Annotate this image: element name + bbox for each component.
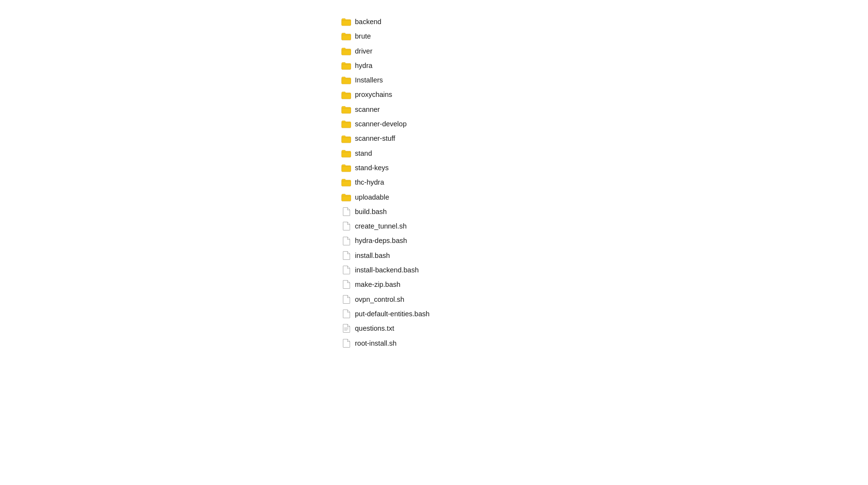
file-name-label: thc-hydra — [355, 177, 384, 187]
file-name-label: hydra-deps.bash — [355, 236, 407, 245]
list-item[interactable]: driver — [338, 44, 530, 58]
file-name-label: hydra — [355, 61, 372, 70]
list-item[interactable]: thc-hydra — [338, 175, 530, 189]
list-item[interactable]: hydra-deps.bash — [338, 233, 530, 248]
list-item[interactable]: backend — [338, 14, 530, 29]
file-name-label: backend — [355, 17, 381, 27]
file-name-label: uploadable — [355, 192, 389, 202]
list-item[interactable]: Installers — [338, 73, 530, 87]
file-name-label: Installers — [355, 75, 383, 85]
list-item[interactable]: install.bash — [338, 248, 530, 263]
list-item[interactable]: proxychains — [338, 87, 530, 102]
list-item[interactable]: put-default-entities.bash — [338, 307, 530, 321]
folder-icon — [341, 17, 351, 26]
list-item[interactable]: hydra — [338, 58, 530, 73]
file-name-label: brute — [355, 31, 371, 41]
list-item[interactable]: uploadable — [338, 190, 530, 204]
file-name-label: driver — [355, 46, 372, 56]
folder-icon — [341, 178, 351, 187]
list-item[interactable]: install-backend.bash — [338, 263, 530, 277]
list-item[interactable]: scanner — [338, 102, 530, 117]
list-item[interactable]: make-zip.bash — [338, 277, 530, 292]
file-icon — [341, 295, 351, 304]
txt-file-icon — [341, 324, 351, 333]
file-name-label: scanner-develop — [355, 119, 407, 129]
folder-icon — [341, 105, 351, 114]
file-name-label: proxychains — [355, 90, 392, 99]
list-item[interactable]: root-install.sh — [338, 336, 530, 350]
folder-icon — [341, 47, 351, 55]
file-icon — [341, 251, 351, 260]
list-item[interactable]: stand — [338, 146, 530, 161]
list-item[interactable]: build.bash — [338, 204, 530, 219]
file-name-label: root-install.sh — [355, 338, 396, 348]
file-name-label: install-backend.bash — [355, 265, 419, 275]
file-icon — [341, 222, 351, 230]
file-icon — [341, 266, 351, 274]
file-name-label: scanner — [355, 105, 380, 114]
list-item[interactable]: questions.txt — [338, 321, 530, 336]
list-item[interactable]: stand-keys — [338, 161, 530, 175]
file-name-label: scanner-stuff — [355, 134, 395, 143]
file-icon — [341, 207, 351, 216]
list-item[interactable]: create_tunnel.sh — [338, 219, 530, 233]
folder-icon — [341, 120, 351, 128]
file-name-label: create_tunnel.sh — [355, 221, 407, 231]
folder-icon — [341, 193, 351, 202]
file-name-label: make-zip.bash — [355, 280, 400, 289]
file-name-label: install.bash — [355, 251, 390, 260]
file-name-label: stand — [355, 148, 372, 158]
folder-icon — [341, 163, 351, 172]
folder-icon — [341, 32, 351, 40]
file-icon — [341, 280, 351, 289]
folder-icon — [341, 149, 351, 158]
file-icon — [341, 339, 351, 348]
file-name-label: ovpn_control.sh — [355, 295, 404, 304]
folder-icon — [341, 91, 351, 99]
folder-icon — [341, 135, 351, 143]
folder-icon — [341, 61, 351, 70]
list-item[interactable]: ovpn_control.sh — [338, 292, 530, 307]
list-item[interactable]: brute — [338, 29, 530, 43]
list-item[interactable]: scanner-stuff — [338, 131, 530, 146]
folder-icon — [341, 76, 351, 84]
file-icon — [341, 310, 351, 318]
file-name-label: build.bash — [355, 207, 387, 216]
file-name-label: stand-keys — [355, 163, 389, 173]
file-name-label: questions.txt — [355, 323, 394, 333]
list-item[interactable]: scanner-develop — [338, 117, 530, 131]
file-list: backend brute driver hydra Installers pr… — [338, 10, 530, 355]
file-icon — [341, 237, 351, 245]
file-name-label: put-default-entities.bash — [355, 309, 430, 319]
